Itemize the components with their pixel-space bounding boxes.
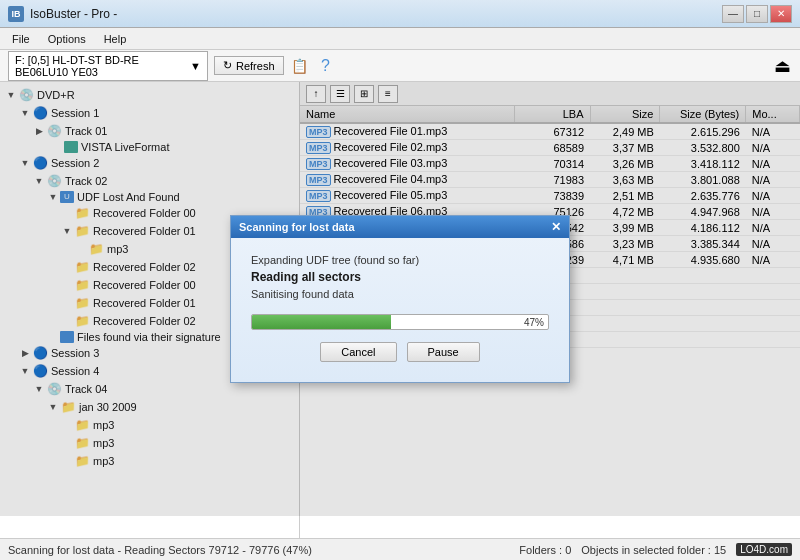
track02-icon: 💿	[46, 173, 62, 189]
menu-file[interactable]: File	[4, 31, 38, 47]
help-icon[interactable]: ?	[316, 56, 336, 76]
tree-item-track01[interactable]: ▶ 💿 Track 01	[0, 122, 299, 140]
expander-dvdplusr[interactable]: ▼	[4, 90, 18, 100]
tree-label-track04: Track 04	[65, 383, 107, 395]
minimize-button[interactable]: —	[722, 5, 744, 23]
file-mo: N/A	[746, 252, 800, 268]
tree-label-mp3c: mp3	[93, 437, 114, 449]
tree-label-mp3a: mp3	[107, 243, 128, 255]
col-mo[interactable]: Mo...	[746, 106, 800, 123]
file-name: MP3 Recovered File 04.mp3	[300, 172, 515, 188]
file-bytes	[660, 268, 746, 284]
tree-item-jan30[interactable]: ▼ 📁 jan 30 2009	[0, 398, 299, 416]
dvd-icon: 💿	[18, 87, 34, 103]
track04-icon: 💿	[46, 381, 62, 397]
file-bytes: 3.418.112	[660, 156, 746, 172]
progress-bar-fill	[252, 315, 391, 329]
menubar: File Options Help	[0, 28, 800, 50]
tree-label-session4: Session 4	[51, 365, 99, 377]
table-row[interactable]: MP3 Recovered File 02.mp3685893,37 MB3.5…	[300, 140, 800, 156]
tree-label-dvdplusr: DVD+R	[37, 89, 75, 101]
file-mo	[746, 268, 800, 284]
mp3d-icon: 📁	[74, 453, 90, 469]
tree-label-files-sig: Files found via their signature	[77, 331, 221, 343]
pause-button[interactable]: Pause	[407, 342, 480, 362]
col-size[interactable]: Size	[590, 106, 660, 123]
mp3-icon: MP3	[306, 126, 331, 138]
jan30-icon: 📁	[60, 399, 76, 415]
titlebar-left: IB IsoBuster - Pro -	[8, 6, 117, 22]
file-name: MP3 Recovered File 02.mp3	[300, 140, 515, 156]
expander-udf-lost[interactable]: ▼	[46, 192, 60, 202]
file-mo: N/A	[746, 172, 800, 188]
file-size	[590, 268, 660, 284]
view-list-button[interactable]: ☰	[330, 85, 350, 103]
tree-label-udf-lost: UDF Lost And Found	[77, 191, 180, 203]
window-controls[interactable]: — □ ✕	[722, 5, 792, 23]
file-size	[590, 284, 660, 300]
file-size	[590, 316, 660, 332]
tree-label-mp3d: mp3	[93, 455, 114, 467]
modal-body: Expanding UDF tree (found so far) Readin…	[231, 238, 569, 382]
expander-rec01a[interactable]: ▼	[60, 226, 74, 236]
tree-label-rec02a: Recovered Folder 02	[93, 261, 196, 273]
file-size: 2,49 MB	[590, 123, 660, 140]
folder-02a-icon: 📁	[74, 259, 90, 275]
file-toolbar: ↑ ☰ ⊞ ≡	[300, 82, 800, 106]
menu-options[interactable]: Options	[40, 31, 94, 47]
expander-session3[interactable]: ▶	[18, 348, 32, 358]
tree-item-mp3b[interactable]: 📁 mp3	[0, 416, 299, 434]
tree-item-session2[interactable]: ▼ 🔵 Session 2	[0, 154, 299, 172]
progress-bar-container: 47%	[251, 314, 549, 330]
tree-label-rec02b: Recovered Folder 02	[93, 315, 196, 327]
table-row[interactable]: MP3 Recovered File 03.mp3703143,26 MB3.4…	[300, 156, 800, 172]
session1-icon: 🔵	[32, 105, 48, 121]
expander-session2[interactable]: ▼	[18, 158, 32, 168]
file-size: 3,23 MB	[590, 236, 660, 252]
mp3-icon: MP3	[306, 174, 331, 186]
tree-item-session1[interactable]: ▼ 🔵 Session 1	[0, 104, 299, 122]
expander-track04[interactable]: ▼	[32, 384, 46, 394]
copy-icon[interactable]: 📋	[290, 56, 310, 76]
col-name[interactable]: Name	[300, 106, 515, 123]
tree-item-vista[interactable]: VISTA LiveFormat	[0, 140, 299, 154]
tree-item-track02[interactable]: ▼ 💿 Track 02	[0, 172, 299, 190]
col-lba[interactable]: LBA	[515, 106, 590, 123]
file-bytes: 4.947.968	[660, 204, 746, 220]
file-bytes: 4.935.680	[660, 252, 746, 268]
view-details-button[interactable]: ≡	[378, 85, 398, 103]
expander-track02[interactable]: ▼	[32, 176, 46, 186]
table-row[interactable]: MP3 Recovered File 04.mp3719833,63 MB3.8…	[300, 172, 800, 188]
tree-label-rec00b: Recovered Folder 00	[93, 279, 196, 291]
tree-item-udf-lost[interactable]: ▼ U UDF Lost And Found	[0, 190, 299, 204]
close-button[interactable]: ✕	[770, 5, 792, 23]
drive-selector[interactable]: F: [0,5] HL-DT-ST BD-RE BE06LU10 YE03 ▼	[8, 51, 208, 81]
nav-up-button[interactable]: ↑	[306, 85, 326, 103]
refresh-button[interactable]: ↻ Refresh	[214, 56, 284, 75]
file-mo: N/A	[746, 123, 800, 140]
eject-icon[interactable]: ⏏	[772, 56, 792, 76]
tree-item-mp3c[interactable]: 📁 mp3	[0, 434, 299, 452]
table-row[interactable]: MP3 Recovered File 01.mp3673122,49 MB2.6…	[300, 123, 800, 140]
expander-session1[interactable]: ▼	[18, 108, 32, 118]
tree-item-dvdplusr[interactable]: ▼ 💿 DVD+R	[0, 86, 299, 104]
menu-help[interactable]: Help	[96, 31, 135, 47]
view-grid-button[interactable]: ⊞	[354, 85, 374, 103]
file-bytes: 2.615.296	[660, 123, 746, 140]
udf-icon: U	[60, 191, 74, 203]
expander-jan30[interactable]: ▼	[46, 402, 60, 412]
cancel-button[interactable]: Cancel	[320, 342, 396, 362]
folder-00a-icon: 📁	[74, 205, 90, 221]
tree-item-mp3d[interactable]: 📁 mp3	[0, 452, 299, 470]
file-mo: N/A	[746, 140, 800, 156]
folder-01a-icon: 📁	[74, 223, 90, 239]
modal-close-button[interactable]: ✕	[551, 220, 561, 234]
tree-label-jan30: jan 30 2009	[79, 401, 137, 413]
expander-track01[interactable]: ▶	[32, 126, 46, 136]
table-row[interactable]: MP3 Recovered File 05.mp3738392,51 MB2.6…	[300, 188, 800, 204]
file-size: 3,37 MB	[590, 140, 660, 156]
expander-session4[interactable]: ▼	[18, 366, 32, 376]
col-bytes[interactable]: Size (Bytes)	[660, 106, 746, 123]
file-size: 4,72 MB	[590, 204, 660, 220]
maximize-button[interactable]: □	[746, 5, 768, 23]
